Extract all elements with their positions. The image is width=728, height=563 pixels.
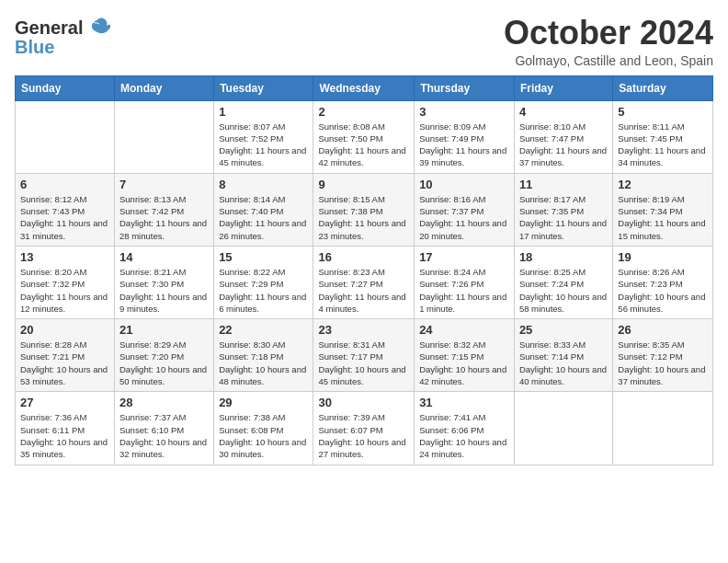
calendar-week-3: 13Sunrise: 8:20 AM Sunset: 7:32 PM Dayli…	[16, 246, 713, 318]
calendar-week-4: 20Sunrise: 8:28 AM Sunset: 7:21 PM Dayli…	[16, 319, 713, 392]
calendar-cell: 24Sunrise: 8:32 AM Sunset: 7:15 PM Dayli…	[415, 319, 515, 392]
day-info: Sunrise: 8:13 AM Sunset: 7:42 PM Dayligh…	[119, 193, 209, 242]
calendar-cell: 8Sunrise: 8:14 AM Sunset: 7:40 PM Daylig…	[214, 173, 313, 246]
day-info: Sunrise: 8:08 AM Sunset: 7:50 PM Dayligh…	[318, 121, 409, 169]
day-info: Sunrise: 8:30 AM Sunset: 7:18 PM Dayligh…	[219, 339, 308, 387]
day-number: 27	[20, 396, 109, 409]
day-number: 23	[318, 323, 409, 337]
col-thursday: Thursday	[415, 75, 515, 100]
day-number: 1	[219, 105, 308, 119]
day-number: 21	[119, 323, 209, 337]
calendar-header: Sunday Monday Tuesday Wednesday Thursday…	[16, 75, 713, 100]
day-info: Sunrise: 8:11 AM Sunset: 7:45 PM Dayligh…	[618, 121, 708, 169]
day-info: Sunrise: 8:31 AM Sunset: 7:17 PM Dayligh…	[318, 339, 409, 387]
location-subtitle: Golmayo, Castille and Leon, Spain	[504, 53, 713, 68]
day-number: 5	[618, 105, 708, 119]
day-number: 10	[419, 178, 509, 191]
page-header: General Blue October 2024 Golmayo, Casti…	[15, 15, 713, 68]
col-saturday: Saturday	[613, 75, 713, 100]
calendar-week-5: 27Sunrise: 7:36 AM Sunset: 6:11 PM Dayli…	[16, 392, 713, 465]
calendar-cell: 31Sunrise: 7:41 AM Sunset: 6:06 PM Dayli…	[415, 392, 515, 465]
day-info: Sunrise: 8:17 AM Sunset: 7:35 PM Dayligh…	[519, 193, 608, 242]
day-number: 2	[318, 105, 409, 119]
day-info: Sunrise: 8:22 AM Sunset: 7:29 PM Dayligh…	[219, 266, 308, 315]
calendar-cell	[514, 392, 612, 465]
day-info: Sunrise: 8:29 AM Sunset: 7:20 PM Dayligh…	[119, 339, 209, 387]
day-number: 7	[119, 178, 209, 191]
day-info: Sunrise: 8:33 AM Sunset: 7:14 PM Dayligh…	[519, 339, 608, 387]
day-info: Sunrise: 8:35 AM Sunset: 7:12 PM Dayligh…	[618, 339, 708, 387]
col-tuesday: Tuesday	[214, 75, 313, 100]
day-number: 13	[20, 250, 109, 264]
day-info: Sunrise: 8:19 AM Sunset: 7:34 PM Dayligh…	[618, 193, 708, 242]
day-number: 31	[419, 396, 509, 409]
day-info: Sunrise: 8:28 AM Sunset: 7:21 PM Dayligh…	[20, 339, 109, 387]
calendar-cell: 6Sunrise: 8:12 AM Sunset: 7:43 PM Daylig…	[16, 173, 115, 246]
calendar-cell: 26Sunrise: 8:35 AM Sunset: 7:12 PM Dayli…	[613, 319, 713, 392]
calendar-cell: 1Sunrise: 8:07 AM Sunset: 7:52 PM Daylig…	[214, 100, 313, 173]
calendar-cell	[115, 100, 214, 173]
day-info: Sunrise: 8:15 AM Sunset: 7:38 PM Dayligh…	[318, 193, 409, 242]
day-number: 17	[419, 250, 509, 264]
day-info: Sunrise: 8:07 AM Sunset: 7:52 PM Dayligh…	[219, 121, 308, 169]
day-info: Sunrise: 8:32 AM Sunset: 7:15 PM Dayligh…	[419, 339, 509, 387]
day-info: Sunrise: 8:09 AM Sunset: 7:49 PM Dayligh…	[419, 121, 509, 169]
calendar-cell: 25Sunrise: 8:33 AM Sunset: 7:14 PM Dayli…	[514, 319, 612, 392]
calendar-cell: 20Sunrise: 8:28 AM Sunset: 7:21 PM Dayli…	[16, 319, 115, 392]
day-number: 11	[519, 178, 608, 191]
calendar-cell	[16, 100, 115, 173]
col-monday: Monday	[115, 75, 214, 100]
calendar-cell: 18Sunrise: 8:25 AM Sunset: 7:24 PM Dayli…	[514, 246, 612, 318]
day-number: 9	[318, 178, 409, 191]
day-info: Sunrise: 7:39 AM Sunset: 6:07 PM Dayligh…	[318, 411, 409, 460]
day-info: Sunrise: 8:23 AM Sunset: 7:27 PM Dayligh…	[318, 266, 409, 315]
day-info: Sunrise: 8:24 AM Sunset: 7:26 PM Dayligh…	[419, 266, 509, 315]
col-wednesday: Wednesday	[313, 75, 415, 100]
calendar-cell: 13Sunrise: 8:20 AM Sunset: 7:32 PM Dayli…	[16, 246, 115, 318]
day-number: 26	[618, 323, 708, 337]
calendar-cell: 15Sunrise: 8:22 AM Sunset: 7:29 PM Dayli…	[214, 246, 313, 318]
logo: General Blue	[15, 15, 112, 58]
calendar-cell: 21Sunrise: 8:29 AM Sunset: 7:20 PM Dayli…	[115, 319, 214, 392]
day-number: 30	[318, 396, 409, 409]
calendar-cell: 14Sunrise: 8:21 AM Sunset: 7:30 PM Dayli…	[115, 246, 214, 318]
calendar-cell: 16Sunrise: 8:23 AM Sunset: 7:27 PM Dayli…	[313, 246, 415, 318]
calendar-cell: 5Sunrise: 8:11 AM Sunset: 7:45 PM Daylig…	[613, 100, 713, 173]
day-info: Sunrise: 8:10 AM Sunset: 7:47 PM Dayligh…	[519, 121, 608, 169]
header-row: Sunday Monday Tuesday Wednesday Thursday…	[16, 75, 713, 100]
day-number: 24	[419, 323, 509, 337]
calendar-body: 1Sunrise: 8:07 AM Sunset: 7:52 PM Daylig…	[16, 100, 713, 465]
day-info: Sunrise: 7:36 AM Sunset: 6:11 PM Dayligh…	[20, 411, 109, 460]
day-number: 18	[519, 250, 608, 264]
day-number: 29	[219, 396, 308, 409]
calendar-table: Sunday Monday Tuesday Wednesday Thursday…	[15, 75, 713, 465]
day-number: 12	[618, 178, 708, 191]
calendar-cell: 29Sunrise: 7:38 AM Sunset: 6:08 PM Dayli…	[214, 392, 313, 465]
logo-bird-icon	[86, 15, 112, 40]
day-info: Sunrise: 7:41 AM Sunset: 6:06 PM Dayligh…	[419, 411, 509, 460]
calendar-cell: 2Sunrise: 8:08 AM Sunset: 7:50 PM Daylig…	[313, 100, 415, 173]
day-info: Sunrise: 8:16 AM Sunset: 7:37 PM Dayligh…	[419, 193, 509, 242]
day-number: 28	[119, 396, 209, 409]
day-info: Sunrise: 8:21 AM Sunset: 7:30 PM Dayligh…	[119, 266, 209, 315]
day-number: 25	[519, 323, 608, 337]
day-number: 16	[318, 250, 409, 264]
day-info: Sunrise: 7:37 AM Sunset: 6:10 PM Dayligh…	[119, 411, 209, 460]
day-info: Sunrise: 8:12 AM Sunset: 7:43 PM Dayligh…	[20, 193, 109, 242]
day-number: 14	[119, 250, 209, 264]
calendar-cell: 30Sunrise: 7:39 AM Sunset: 6:07 PM Dayli…	[313, 392, 415, 465]
day-number: 4	[519, 105, 608, 119]
month-title: October 2024	[504, 15, 713, 52]
calendar-week-2: 6Sunrise: 8:12 AM Sunset: 7:43 PM Daylig…	[16, 173, 713, 246]
day-number: 22	[219, 323, 308, 337]
calendar-cell: 22Sunrise: 8:30 AM Sunset: 7:18 PM Dayli…	[214, 319, 313, 392]
day-info: Sunrise: 8:14 AM Sunset: 7:40 PM Dayligh…	[219, 193, 308, 242]
calendar-cell: 7Sunrise: 8:13 AM Sunset: 7:42 PM Daylig…	[115, 173, 214, 246]
day-number: 6	[20, 178, 109, 191]
calendar-cell: 23Sunrise: 8:31 AM Sunset: 7:17 PM Dayli…	[313, 319, 415, 392]
col-friday: Friday	[514, 75, 612, 100]
day-info: Sunrise: 8:20 AM Sunset: 7:32 PM Dayligh…	[20, 266, 109, 315]
day-number: 3	[419, 105, 509, 119]
day-info: Sunrise: 8:26 AM Sunset: 7:23 PM Dayligh…	[618, 266, 708, 315]
title-block: October 2024 Golmayo, Castille and Leon,…	[504, 15, 713, 68]
